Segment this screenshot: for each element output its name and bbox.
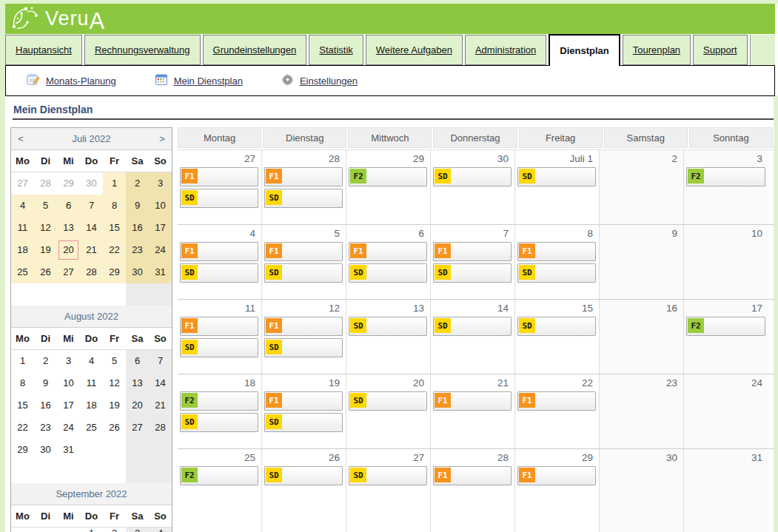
day-cell[interactable]: 4F1SD <box>178 225 262 299</box>
shift-entry-sd[interactable]: SD <box>349 466 427 485</box>
shift-entry-f1[interactable]: F1 <box>264 242 343 261</box>
day-cell[interactable]: 8F1SD <box>515 225 600 299</box>
shift-entry-f2[interactable]: F2 <box>349 167 427 186</box>
mini-day-cell[interactable]: 1 <box>103 172 126 195</box>
shift-entry-sd[interactable]: SD <box>180 263 258 283</box>
tab-rechnungsverwaltung[interactable]: Rechnungsverwaltung <box>84 35 201 65</box>
day-cell[interactable]: 26SD <box>262 449 346 532</box>
day-cell[interactable]: 17F2 <box>684 300 768 374</box>
tab-weitere-aufgaben[interactable]: Weitere Aufgaben <box>366 35 463 65</box>
mini-day-cell[interactable]: 5 <box>103 350 126 372</box>
mini-day-cell[interactable]: 31 <box>149 261 172 283</box>
mini-day-cell[interactable]: 18 <box>11 239 34 261</box>
day-cell[interactable]: 9 <box>600 225 684 299</box>
mini-day-cell[interactable]: 19 <box>34 239 57 261</box>
mini-day-cell[interactable]: 29 <box>103 261 126 283</box>
day-cell[interactable]: 5F1SD <box>262 225 346 299</box>
mini-day-cell[interactable]: 23 <box>126 239 149 261</box>
mini-day-cell[interactable]: 20 <box>57 239 80 261</box>
mini-day-cell[interactable]: 22 <box>103 239 126 261</box>
mini-day-cell[interactable]: 3 <box>149 172 172 195</box>
mini-day-cell[interactable]: 28 <box>149 417 172 439</box>
shift-entry-f2[interactable]: F2 <box>686 317 765 336</box>
shift-entry-sd[interactable]: SD <box>264 189 343 208</box>
tab-dienstplan[interactable]: Dienstplan <box>549 34 620 66</box>
day-cell[interactable]: 14SD <box>431 300 515 374</box>
shift-entry-f1[interactable]: F1 <box>433 391 512 411</box>
mini-day-cell[interactable]: 17 <box>149 217 172 239</box>
day-cell[interactable]: 15SD <box>515 300 600 374</box>
mini-day-cell[interactable]: 10 <box>149 195 172 217</box>
mini-day-cell[interactable]: 24 <box>149 239 172 261</box>
submenu-item-mein-dienstplan[interactable]: Mein Dienstplan <box>155 73 243 89</box>
day-cell[interactable]: 18F2SD <box>178 374 262 448</box>
shift-entry-sd[interactable]: SD <box>517 167 596 186</box>
tab-statistik[interactable]: Statistik <box>309 35 363 65</box>
mini-day-cell[interactable]: 1 <box>80 528 103 532</box>
day-cell[interactable]: 25F2 <box>178 449 262 532</box>
mini-day-cell[interactable]: 30 <box>80 172 103 195</box>
day-cell[interactable]: 10 <box>684 225 768 299</box>
shift-entry-f1[interactable]: F1 <box>264 317 343 336</box>
shift-entry-sd[interactable]: SD <box>433 317 512 336</box>
day-cell[interactable]: 30SD <box>431 150 515 224</box>
mini-day-cell[interactable]: 24 <box>57 417 80 439</box>
shift-entry-f1[interactable]: F1 <box>264 391 343 411</box>
day-cell[interactable]: 29F1 <box>515 449 600 532</box>
day-cell[interactable]: 29F2 <box>346 150 431 224</box>
shift-entry-sd[interactable]: SD <box>264 263 343 283</box>
shift-entry-f1[interactable]: F1 <box>180 317 258 336</box>
shift-entry-sd[interactable]: SD <box>264 466 343 485</box>
shift-entry-f1[interactable]: F1 <box>517 242 596 261</box>
mini-day-cell[interactable]: 4 <box>11 195 34 217</box>
day-cell[interactable]: 19F1SD <box>262 374 346 448</box>
prev-month-arrow[interactable]: < <box>11 133 30 144</box>
day-cell[interactable]: 11F1SD <box>178 300 262 374</box>
shift-entry-f2[interactable]: F2 <box>180 466 258 485</box>
mini-day-cell[interactable]: 11 <box>11 217 34 239</box>
day-cell[interactable]: 3F2 <box>684 150 768 224</box>
mini-day-cell[interactable]: 25 <box>11 261 34 283</box>
tab-hauptansicht[interactable]: Hauptansicht <box>5 35 82 65</box>
mini-day-cell[interactable]: 14 <box>80 217 103 239</box>
mini-day-cell[interactable]: 31 <box>57 439 80 461</box>
shift-entry-sd[interactable]: SD <box>349 263 427 283</box>
mini-day-cell[interactable]: 21 <box>149 394 172 417</box>
shift-entry-sd[interactable]: SD <box>349 317 427 336</box>
day-cell[interactable]: 23 <box>600 374 684 448</box>
shift-entry-f1[interactable]: F1 <box>517 466 596 485</box>
mini-day-cell[interactable]: 2 <box>126 172 149 195</box>
mini-day-cell[interactable]: 10 <box>57 372 80 394</box>
mini-day-cell[interactable]: 26 <box>34 261 57 283</box>
day-cell[interactable]: 27SD <box>346 449 431 532</box>
shift-entry-sd[interactable]: SD <box>517 317 596 336</box>
shift-entry-sd[interactable]: SD <box>180 338 258 357</box>
mini-day-cell[interactable]: 9 <box>34 372 57 394</box>
day-cell[interactable]: Juli 1SD <box>515 150 600 224</box>
day-cell[interactable]: 2 <box>600 150 684 224</box>
shift-entry-sd[interactable]: SD <box>433 263 512 283</box>
mini-day-cell[interactable]: 14 <box>149 372 172 394</box>
mini-day-cell[interactable]: 17 <box>57 394 80 417</box>
tab-support[interactable]: Support <box>693 35 748 65</box>
day-cell[interactable]: 22F1 <box>515 374 600 448</box>
mini-day-cell[interactable]: 30 <box>34 439 57 461</box>
day-cell[interactable]: 12F1SD <box>262 300 346 374</box>
mini-day-cell[interactable]: 30 <box>126 261 149 283</box>
mini-day-cell[interactable]: 20 <box>126 394 149 417</box>
shift-entry-f2[interactable]: F2 <box>686 167 765 186</box>
mini-day-cell[interactable]: 15 <box>103 217 126 239</box>
submenu-item-einstellungen[interactable]: Einstellungen <box>281 73 358 89</box>
mini-day-cell[interactable]: 8 <box>103 195 126 217</box>
mini-day-cell[interactable]: 6 <box>57 195 80 217</box>
day-cell[interactable]: 13SD <box>346 300 431 374</box>
mini-day-cell[interactable]: 27 <box>57 261 80 283</box>
mini-day-cell[interactable]: 4 <box>149 528 172 532</box>
day-cell[interactable]: 16 <box>600 300 684 374</box>
mini-day-cell[interactable]: 18 <box>80 394 103 417</box>
mini-day-cell[interactable]: 2 <box>34 350 57 372</box>
day-cell[interactable]: 30 <box>600 449 684 532</box>
mini-day-cell[interactable]: 12 <box>34 217 57 239</box>
day-cell[interactable]: 27F1SD <box>178 150 262 224</box>
mini-day-cell[interactable]: 16 <box>34 394 57 417</box>
